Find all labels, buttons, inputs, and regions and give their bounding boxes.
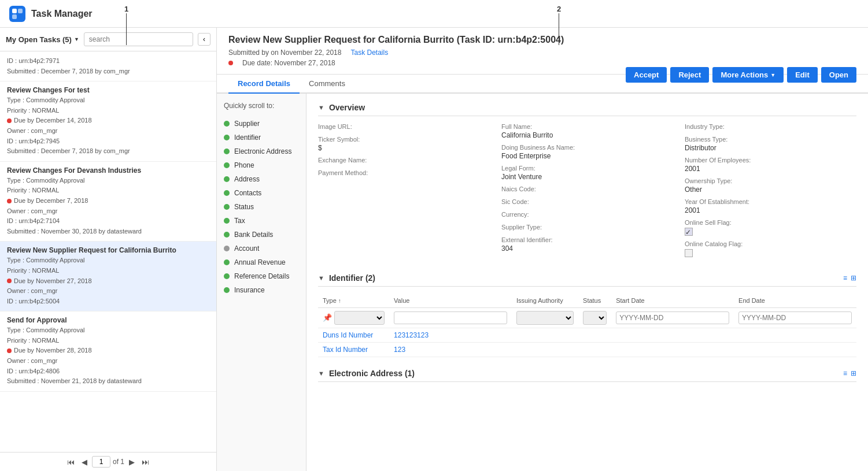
- scroll-nav-bank-details[interactable]: Bank Details: [224, 228, 299, 242]
- grid-view-icon[interactable]: ⊞: [851, 274, 856, 282]
- task-details-link[interactable]: Task Details: [350, 49, 388, 57]
- nav-dot-reference-details: [224, 273, 230, 279]
- scroll-nav-identifier[interactable]: Identifier: [224, 131, 299, 144]
- status-select[interactable]: [583, 311, 607, 325]
- first-page-button[interactable]: ⏮: [65, 457, 77, 468]
- identifier-row[interactable]: Tax Id Number 123: [318, 343, 856, 357]
- nav-label-bank-details: Bank Details: [234, 231, 273, 239]
- tab-comments[interactable]: Comments: [300, 75, 354, 94]
- scroll-nav-supplier[interactable]: Supplier: [224, 117, 299, 131]
- scroll-nav-status[interactable]: Status: [224, 200, 299, 214]
- electronic-address-count: (1): [405, 369, 415, 378]
- scroll-nav-account[interactable]: Account: [224, 242, 299, 255]
- tab-record-details[interactable]: Record Details: [228, 75, 300, 94]
- task-item[interactable]: ID : urn:b4p2:7971 Submitted : December …: [0, 51, 216, 81]
- scroll-nav-tax[interactable]: Tax: [224, 214, 299, 228]
- field-external-identifier: External Identifier: 304: [501, 236, 673, 253]
- nav-dot-contacts: [224, 190, 230, 196]
- value-data: 123: [389, 343, 512, 357]
- field-label: Industry Type:: [685, 123, 856, 130]
- col-value: Value: [389, 294, 512, 308]
- scroll-nav-reference-details[interactable]: Reference Details: [224, 269, 299, 283]
- scroll-nav-annual-revenue[interactable]: Annual Revenue: [224, 255, 299, 269]
- scroll-nav-insurance[interactable]: Insurance: [224, 283, 299, 297]
- logo-icon: [12, 9, 23, 19]
- start-date-input[interactable]: [616, 311, 729, 324]
- accept-button[interactable]: Accept: [626, 67, 667, 83]
- nav-label-annual-revenue: Annual Revenue: [234, 258, 286, 266]
- issuing-authority-select[interactable]: [516, 311, 574, 325]
- electronic-address-toggle[interactable]: ▼: [318, 370, 324, 377]
- overview-toggle[interactable]: ▼: [318, 104, 324, 111]
- issuing-authority-data: [512, 328, 578, 343]
- svg-rect-2: [12, 14, 17, 19]
- prev-page-button[interactable]: ◀: [79, 457, 90, 468]
- task-title: Review Changes For Devansh Industries: [7, 166, 209, 175]
- collapse-button[interactable]: ‹: [198, 33, 210, 46]
- nav-dot-account: [224, 246, 230, 251]
- task-item-active[interactable]: Review New Supplier Request for Californ…: [0, 242, 216, 311]
- field-num-employees: Number Of Employees: 2001: [685, 157, 856, 173]
- col-issuing-authority: Issuing Authority: [512, 294, 578, 308]
- grid-view-icon[interactable]: ⊞: [851, 369, 856, 377]
- open-button[interactable]: Open: [821, 67, 856, 83]
- list-view-icon[interactable]: ≡: [843, 369, 847, 377]
- field-exchange-name: Exchange Name:: [318, 157, 490, 165]
- edit-button[interactable]: Edit: [787, 67, 818, 83]
- scroll-nav-electronic-address[interactable]: Electronic Address: [224, 144, 299, 158]
- app-title: Task Manager: [31, 9, 93, 19]
- field-legal-form: Legal Form: Joint Venture: [501, 165, 673, 181]
- type-sort[interactable]: Type: [323, 297, 341, 304]
- task-item[interactable]: Review Changes For test Type : Commodity…: [0, 81, 216, 162]
- task-item[interactable]: Review Changes For Devansh Industries Ty…: [0, 162, 216, 242]
- identifier-section-header: ▼ Identifier (2) ≡ ⊞: [318, 273, 856, 287]
- reject-button[interactable]: Reject: [670, 67, 709, 83]
- task-priority: Priority : NORMAL: [7, 336, 209, 346]
- field-value: 2001: [685, 165, 856, 173]
- left-panel: My Open Tasks (5) ‹ ID : urn:b4p2:7971 S…: [0, 28, 217, 471]
- type-value: Tax Id Number: [318, 343, 389, 357]
- task-priority: Priority : NORMAL: [7, 186, 209, 196]
- list-view-icon[interactable]: ≡: [843, 274, 847, 282]
- field-full-name: Full Name: California Burrito: [501, 123, 673, 139]
- col-status: Status: [578, 294, 611, 308]
- end-date-input[interactable]: [738, 311, 852, 324]
- scroll-nav-phone[interactable]: Phone: [224, 158, 299, 172]
- nav-label-address: Address: [234, 175, 260, 183]
- more-actions-button[interactable]: More Actions: [712, 67, 784, 83]
- field-ownership-type: Ownership Type: Other: [685, 177, 856, 194]
- identifier-toggle[interactable]: ▼: [318, 275, 324, 281]
- start-date-data: [611, 343, 734, 357]
- field-label: Online Catalog Flag:: [685, 240, 856, 247]
- next-page-button[interactable]: ▶: [127, 457, 137, 468]
- field-ticker-symbol: Ticker Symbol: $: [318, 136, 490, 152]
- task-owner: Owner : com_mgr: [7, 356, 209, 366]
- task-submitted: Submitted : November 30, 2018 by dataste…: [7, 227, 209, 237]
- field-value: 304: [501, 244, 673, 253]
- field-label: Full Name:: [501, 123, 673, 130]
- identifier-label: Identifier: [329, 273, 363, 283]
- page-input[interactable]: [92, 456, 110, 468]
- last-page-button[interactable]: ⏭: [139, 457, 152, 468]
- tasks-dropdown[interactable]: My Open Tasks (5): [6, 35, 79, 44]
- col-start-date: Start Date: [611, 294, 734, 308]
- nav-dot-phone: [224, 162, 230, 168]
- main-layout: My Open Tasks (5) ‹ ID : urn:b4p2:7971 S…: [0, 28, 868, 471]
- overdue-indicator: [7, 118, 12, 123]
- type-select[interactable]: [334, 311, 385, 325]
- search-input[interactable]: [84, 32, 193, 46]
- task-owner: Owner : com_mgr: [7, 206, 209, 217]
- scroll-nav-contacts[interactable]: Contacts: [224, 186, 299, 200]
- field-value: Other: [685, 186, 856, 194]
- col-type: Type: [318, 294, 389, 308]
- task-item[interactable]: Send for Approval Type : Commodity Appro…: [0, 311, 216, 392]
- value-input[interactable]: [394, 311, 507, 324]
- scroll-nav-address[interactable]: Address: [224, 172, 299, 186]
- field-label: Currency:: [501, 211, 673, 218]
- field-value: Joint Venture: [501, 173, 673, 181]
- task-detail-meta: Submitted by on November 22, 2018 Task D…: [228, 49, 856, 57]
- task-type: Type : Commodity Approval: [7, 95, 209, 106]
- identifier-row[interactable]: Duns Id Number 123123123: [318, 328, 856, 343]
- nav-label-contacts: Contacts: [234, 189, 261, 197]
- identifier-section: ▼ Identifier (2) ≡ ⊞ Type Value Iss: [318, 273, 856, 358]
